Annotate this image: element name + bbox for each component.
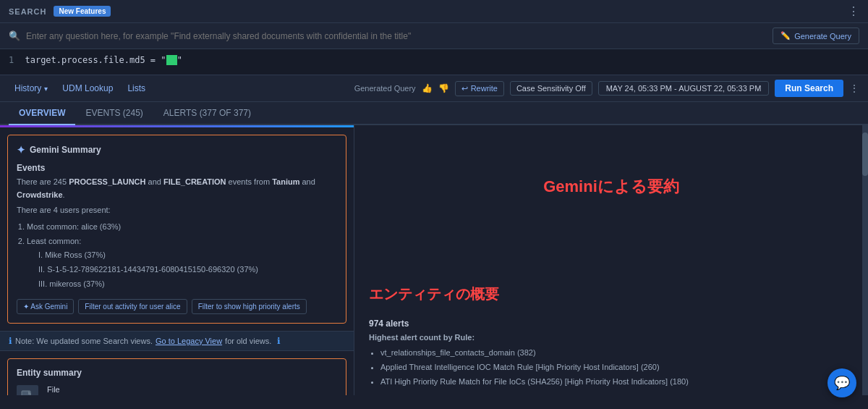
events-description: There are 245 PROCESS_LAUNCH and FILE_CR… (17, 176, 337, 201)
more-options-icon[interactable]: ⋮ (849, 83, 859, 94)
note-info-icon: ℹ (277, 336, 281, 346)
left-panel: ✦ Gemini Summary Events There are 245 PR… (0, 125, 354, 395)
events-section: Events There are 245 PROCESS_LAUNCH and … (17, 163, 337, 292)
query-line: 1 target.process.file.md5 = " " (0, 49, 868, 75)
sublist: Mike Ross (37%) S-1-5-12-789622181-14434… (38, 248, 337, 291)
toolbar-right: Generated Query 👍 👎 ↩ Rewrite Case Sensi… (354, 80, 859, 97)
filter-alice-button[interactable]: Filter out activity for user alice (78, 299, 187, 314)
users-list: Most common: alice (63%) Least common: M… (27, 220, 337, 292)
note-bar: ℹ Note: We updated some Search views. Go… (0, 331, 354, 351)
rewrite-icon: ↩ (461, 84, 468, 93)
thumbs-up-icon[interactable]: 👍 (422, 83, 433, 93)
vt-context[interactable]: Σ VT Context (58/75) (262, 394, 337, 395)
rewrite-button[interactable]: ↩ Rewrite (455, 81, 504, 96)
sublist-item-3: mikeross (37%) (38, 277, 337, 292)
query-highlight (166, 55, 177, 65)
thumbs-down-icon[interactable]: 👎 (438, 83, 449, 93)
sublist-item-2: S-1-5-12-789622181-14434791-6080415150-6… (38, 263, 337, 277)
right-scrollbar[interactable] (862, 125, 868, 395)
list-item-1: Most common: alice (63%) (27, 220, 337, 235)
filter-priority-button[interactable]: Filter to show high priority alerts (192, 299, 307, 314)
tab-events[interactable]: EVENTS (245) (75, 102, 153, 125)
tab-alerts[interactable]: ALERTS (377 OF 377) (153, 102, 261, 125)
search-input[interactable] (26, 31, 767, 41)
purple-accent-bar (0, 125, 354, 127)
search-input-row: 🔍 ✏️ Generate Query (0, 23, 868, 49)
tabs-row: OVERVIEW EVENTS (245) ALERTS (377 OF 377… (0, 102, 868, 125)
list-item-2: Least common: Mike Ross (37%) S-1-5-12-7… (27, 235, 337, 292)
query-text-before: target.process.file.md5 = " (25, 55, 166, 65)
file-icon (17, 385, 38, 395)
search-icon: 🔍 (9, 30, 20, 41)
sigma-icon: Σ (262, 394, 267, 395)
chat-button[interactable]: 💬 (827, 368, 856, 397)
entity-overlay-text: エンティティの概要 (354, 270, 868, 311)
gemini-overlay-text: Geminiによる要約 (543, 176, 679, 198)
highest-alert-label: Highest alert count by Rule: (369, 333, 854, 342)
right-panel: Geminiによる要約 エンティティの概要 974 alerts Highest… (354, 125, 868, 395)
events-title: Events (17, 163, 337, 173)
generate-query-button[interactable]: ✏️ Generate Query (773, 28, 859, 44)
toolbar-row: History ▾ UDM Lookup Lists Generated Que… (0, 75, 868, 102)
udm-lookup-button[interactable]: UDM Lookup (56, 80, 119, 96)
entity-filename: File (47, 385, 253, 394)
chevron-down-icon: ▾ (44, 85, 48, 93)
case-sensitivity-button[interactable]: Case Sensitivity Off (510, 81, 592, 96)
users-text: There are 4 users present: (17, 204, 337, 217)
alert-list: vt_relationships_file_contacts_domain (3… (369, 346, 854, 389)
main-content: ✦ Gemini Summary Events There are 245 PR… (0, 125, 868, 395)
lists-button[interactable]: Lists (122, 80, 151, 96)
alert-item-2: Applied Threat Intelligence IOC Match Ru… (380, 360, 854, 375)
entity-summary-card: Entity summary File (7, 358, 346, 395)
tab-overview[interactable]: OVERVIEW (9, 102, 75, 125)
history-button[interactable]: History ▾ (9, 80, 54, 96)
alert-item-3: ATI High Priority Rule Match for File Io… (380, 375, 854, 389)
top-bar: SEARCH New Features ⋮ (0, 0, 868, 23)
gemini-card-title: Gemini Summary (30, 145, 101, 155)
run-search-button[interactable]: Run Search (775, 80, 843, 97)
entity-card-title: Entity summary (17, 368, 337, 378)
generated-query-label: Generated Query (354, 84, 416, 93)
chat-icon: 💬 (834, 375, 850, 391)
ask-gemini-button[interactable]: ✦ Ask Gemini (17, 299, 74, 314)
entity-row: File Σ VT Context (58/75) (17, 385, 337, 395)
right-bottom: 974 alerts Highest alert count by Rule: … (354, 311, 868, 395)
gemini-star-icon: ✦ (17, 144, 25, 156)
gemini-card-header: ✦ Gemini Summary (17, 144, 337, 156)
gemini-summary-card: ✦ Gemini Summary Events There are 245 PR… (7, 135, 346, 324)
entity-info: File (47, 385, 253, 395)
legacy-view-link[interactable]: Go to Legacy View (156, 337, 222, 345)
sublist-item-1: Mike Ross (37%) (38, 248, 337, 263)
top-bar-right: ⋮ (848, 4, 859, 18)
alert-item-1: vt_relationships_file_contacts_domain (3… (380, 346, 854, 360)
kebab-icon[interactable]: ⋮ (848, 4, 859, 18)
gemini-actions: ✦ Ask Gemini Filter out activity for use… (17, 299, 337, 314)
search-label: SEARCH (9, 7, 46, 16)
query-text-after: " (177, 55, 182, 65)
alerts-count: 974 alerts (369, 319, 854, 329)
scrollbar-thumb (862, 132, 868, 176)
line-number: 1 (9, 55, 14, 65)
info-icon: ℹ (9, 336, 12, 346)
new-features-badge[interactable]: New Features (54, 6, 111, 17)
date-range-button[interactable]: MAY 24, 05:33 PM - AUGUST 22, 05:33 PM (598, 81, 770, 96)
generate-icon: ✏️ (780, 31, 791, 41)
